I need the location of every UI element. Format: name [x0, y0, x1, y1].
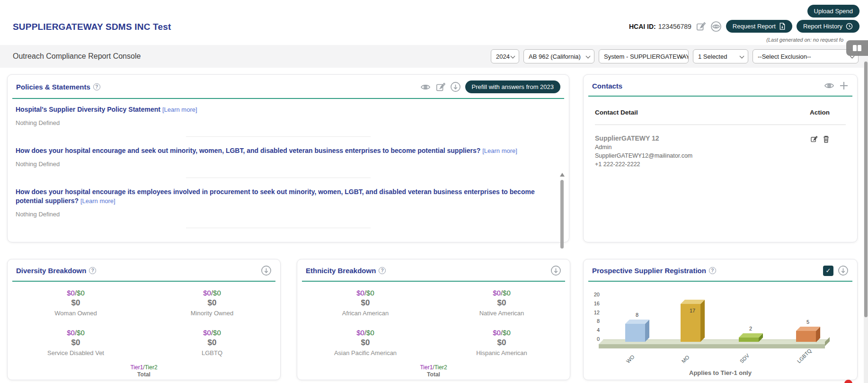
contact-phone: +1 222-222-2222: [595, 161, 794, 168]
help-icon[interactable]: ?: [709, 267, 716, 274]
question-answer: Nothing Defined: [16, 160, 540, 168]
hcai-row: HCAI ID: 123456789 Request Report Report…: [629, 20, 859, 33]
policies-question-list: Hospital's Supplier Diversity Policy Sta…: [8, 99, 569, 244]
download-icon[interactable]: [261, 265, 272, 276]
bar: [739, 338, 759, 342]
learn-more-link[interactable]: [Learn more]: [80, 197, 115, 205]
column-action: Action: [794, 109, 846, 116]
edit-hcai-icon[interactable]: [696, 21, 706, 32]
ethnicity-title: Ethnicity Breakdown: [306, 267, 376, 275]
policy-question-block: Hospital's Supplier Diversity Policy Sta…: [16, 105, 540, 126]
divider: [186, 178, 371, 178]
edit-contact-icon[interactable]: [810, 135, 818, 143]
learn-more-link[interactable]: [Learn more]: [482, 147, 517, 154]
axis-tick-label: 20: [590, 292, 600, 297]
bar: [625, 324, 645, 342]
policies-statements-card: Policies & Statements ?: [7, 74, 569, 242]
chevron-down-icon: [586, 54, 591, 59]
learn-more-link[interactable]: [Learn more]: [162, 106, 197, 113]
toolbar: Outreach Compliance Report Console 2024 …: [0, 45, 868, 68]
diversity-breakdown-card: Diversity Breakdown ? $0/$0 $0 Woman Own…: [7, 259, 281, 380]
bar-value-label: 5: [798, 319, 818, 325]
stat-hispanic-american: $0/$0 $0 Hispanic American: [434, 329, 570, 356]
stat-asian-pacific-american: $0/$0 $0 Asian Pacific American: [297, 329, 434, 356]
contact-role: Admin: [595, 144, 794, 151]
eye-hcai-icon[interactable]: [710, 21, 722, 32]
policy-question-block: How does your hospital encourage and see…: [16, 146, 540, 168]
hcai-id-value: 123456789: [658, 23, 691, 30]
question-text: Hospital's Supplier Diversity Policy Sta…: [16, 105, 540, 114]
axis-tick-label: 0: [590, 336, 600, 342]
history-clock-icon: [846, 23, 853, 30]
contact-email: SupplierGATEWY12@mailinator.com: [595, 152, 794, 159]
contacts-table: Contact Detail Action SupplierGATEWY 12 …: [584, 97, 857, 168]
ethnicity-stats: $0/$0 $0 African American $0/$0 $0 Nativ…: [297, 282, 570, 356]
add-contact-icon[interactable]: [839, 81, 849, 90]
chevron-down-icon: [511, 54, 515, 59]
download-icon[interactable]: [550, 265, 561, 276]
upload-spend-button[interactable]: Upload Spend: [807, 5, 859, 18]
bar-side-face: [700, 300, 705, 342]
category-label: SDV: [739, 353, 750, 364]
page-title: SUPPLIERGATEWAY SDMS INC Test: [13, 22, 171, 32]
category-label: MO: [681, 354, 691, 364]
question-answer: Nothing Defined: [16, 119, 540, 126]
divider: [186, 136, 371, 137]
category-label: LGBTQ: [796, 347, 813, 364]
question-answer: Nothing Defined: [16, 211, 540, 218]
request-report-button[interactable]: Request Report: [726, 20, 792, 33]
stat-service-disabled-vet: $0/$0 $0 Service Disabled Vet: [8, 329, 144, 356]
bar-value-label: 17: [682, 308, 702, 313]
year-select[interactable]: 2024: [491, 49, 519, 63]
page-scrollbar-thumb[interactable]: [864, 62, 868, 317]
chart-footnote: Applies to Tier-1 only: [584, 369, 857, 376]
axis-tick-label: 12: [590, 310, 600, 315]
help-icon[interactable]: ?: [93, 83, 100, 90]
help-icon[interactable]: ?: [89, 267, 96, 274]
stat-woman-owned: $0/$0 $0 Woman Owned: [8, 289, 144, 317]
contact-row: SupplierGATEWY 12 Admin SupplierGATEWY12…: [595, 125, 846, 168]
exclusion-select[interactable]: --Select Exclusion--: [753, 49, 859, 63]
stat-minority-owned: $0/$0 $0 Minority Owned: [144, 289, 280, 317]
contacts-title: Contacts: [592, 82, 622, 90]
question-text: How does your hospital encourage and see…: [16, 146, 540, 155]
book-icon: [852, 44, 862, 52]
page-scrollbar[interactable]: [864, 61, 868, 383]
bar-top-face: [796, 327, 820, 331]
notification-dot[interactable]: [844, 380, 852, 383]
chart-platform-front: [599, 344, 825, 348]
divider: [186, 228, 371, 228]
chart-checkbox-checked[interactable]: ✓: [823, 266, 833, 276]
diversity-stats: $0/$0 $0 Woman Owned $0/$0 $0 Minority O…: [8, 282, 280, 356]
registration-bar-chart: 0481216208WO17MO2SDV5LGBTQ: [590, 284, 851, 364]
system-select[interactable]: System - SUPPLIERGATEWAY SDMS: [599, 49, 689, 63]
eye-icon[interactable]: [824, 80, 835, 91]
policies-scrollbar-thumb[interactable]: [560, 180, 564, 249]
axis-tick-label: 16: [590, 301, 600, 306]
regulation-select[interactable]: AB 962 (California): [523, 49, 594, 63]
contact-name: SupplierGATEWY 12: [595, 134, 794, 142]
bar-value-label: 2: [741, 326, 761, 331]
scroll-up-arrow[interactable]: [560, 173, 565, 177]
question-text: How does your hospital encourage its emp…: [16, 187, 540, 205]
eye-icon[interactable]: [420, 82, 431, 92]
prefill-button[interactable]: Prefill with answers from 2023: [465, 80, 560, 93]
contacts-card: Contacts Contact Detail Action: [583, 74, 858, 242]
axis-tick-label: 4: [590, 327, 600, 333]
stat-african-american: $0/$0 $0 African American: [297, 289, 434, 317]
stat-lgbtq: $0/$0 $0 LGBTQ: [144, 329, 280, 356]
console-title: Outreach Compliance Report Console: [13, 52, 141, 61]
library-book-tab[interactable]: [846, 40, 868, 56]
pdf-file-icon: [779, 23, 786, 30]
help-icon[interactable]: ?: [379, 267, 386, 274]
tier-legend: Tier1/Tier2 Total: [8, 364, 280, 378]
selected-count-select[interactable]: 1 Selected: [693, 49, 748, 63]
policies-title: Policies & Statements: [16, 83, 90, 91]
download-icon[interactable]: [450, 81, 461, 92]
prospective-supplier-card: Prospective Supplier Registration ? ✓ 04…: [583, 259, 858, 380]
delete-contact-icon[interactable]: [823, 135, 830, 143]
tier-legend: Tier1/Tier2 Total: [297, 364, 570, 378]
edit-icon[interactable]: [435, 82, 446, 92]
download-icon[interactable]: [838, 265, 849, 276]
report-history-button[interactable]: Report History: [797, 20, 859, 33]
